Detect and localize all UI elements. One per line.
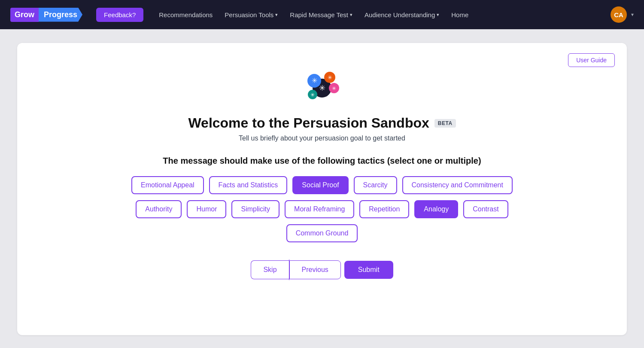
svg-text:✳: ✳ (328, 74, 332, 81)
logo[interactable]: Grow Progress (10, 8, 82, 22)
nav-persuasion-tools-label: Persuasion Tools (225, 11, 273, 18)
logo-progress: Progress (39, 8, 82, 22)
user-guide-button[interactable]: User Guide (568, 53, 615, 67)
nav-audience-understanding[interactable]: Audience Understanding ▾ (359, 8, 444, 22)
tactic-common-ground[interactable]: Common Ground (286, 224, 358, 242)
page-title: Welcome to the Persuasion Sandbox (188, 115, 429, 131)
nav-rapid-message-test-label: Rapid Message Test (290, 11, 348, 18)
audience-chevron-icon: ▾ (437, 12, 439, 18)
skip-button[interactable]: Skip (251, 260, 289, 279)
tactic-simplicity[interactable]: Simplicity (231, 200, 279, 218)
main-card: User Guide ✳ ✳ ✳ (17, 43, 627, 335)
submit-button[interactable]: Submit (344, 261, 393, 279)
persuasion-tools-chevron-icon: ▾ (275, 12, 278, 18)
tactics-row-2: Authority Humor Simplicity Moral Reframi… (136, 200, 508, 218)
nav-rapid-message-test[interactable]: Rapid Message Test ▾ (285, 8, 358, 22)
svg-text:✳: ✳ (310, 92, 315, 98)
beta-badge: BETA (434, 119, 456, 128)
nav-recommendations[interactable]: Recommendations (154, 8, 218, 22)
svg-text:✳: ✳ (312, 77, 317, 84)
navbar: Grow Progress Feedback? Recommendations … (0, 0, 644, 29)
nav-links: Recommendations Persuasion Tools ▾ Rapid… (154, 8, 607, 22)
tactic-emotional-appeal[interactable]: Emotional Appeal (131, 176, 204, 194)
page-subtitle: Tell us briefly about your persuasion go… (43, 134, 601, 142)
tactic-contrast[interactable]: Contrast (463, 200, 508, 218)
rapid-message-chevron-icon: ▾ (350, 12, 352, 18)
nav-audience-understanding-label: Audience Understanding (365, 11, 435, 18)
feedback-button[interactable]: Feedback? (96, 8, 143, 22)
persuasion-cluster-icon: ✳ ✳ ✳ ✳ ✳ (296, 64, 348, 107)
page-wrap: User Guide ✳ ✳ ✳ (0, 29, 644, 348)
tactic-scarcity[interactable]: Scarcity (354, 176, 397, 194)
avatar[interactable]: CA (611, 6, 627, 23)
nav-persuasion-tools[interactable]: Persuasion Tools ▾ (219, 8, 283, 22)
action-row: Skip Previous Submit (43, 259, 601, 280)
logo-grow: Grow (10, 8, 39, 22)
tactic-repetition[interactable]: Repetition (359, 200, 409, 218)
svg-text:✳: ✳ (332, 85, 336, 92)
tactic-moral-reframing[interactable]: Moral Reframing (285, 200, 354, 218)
tactics-instruction: The message should make use of the follo… (43, 156, 601, 166)
nav-home[interactable]: Home (446, 8, 474, 22)
tactics-row-3: Common Ground (286, 224, 358, 242)
avatar-chevron-icon[interactable]: ▾ (631, 12, 634, 18)
tactics-row-1: Emotional Appeal Facts and Statistics So… (131, 176, 513, 194)
title-row: Welcome to the Persuasion Sandbox BETA (43, 115, 601, 131)
tactic-social-proof[interactable]: Social Proof (292, 176, 348, 194)
tactic-authority[interactable]: Authority (136, 200, 182, 218)
tactic-humor[interactable]: Humor (187, 200, 226, 218)
previous-button[interactable]: Previous (289, 260, 341, 279)
tactics-container: Emotional Appeal Facts and Statistics So… (43, 176, 601, 242)
tactic-consistency-commitment[interactable]: Consistency and Commitment (402, 176, 513, 194)
logo-cluster: ✳ ✳ ✳ ✳ ✳ (43, 64, 601, 107)
nav-recommendations-label: Recommendations (159, 11, 213, 18)
svg-text:✳: ✳ (319, 84, 325, 92)
tactic-analogy[interactable]: Analogy (414, 200, 458, 218)
tactic-facts-statistics[interactable]: Facts and Statistics (209, 176, 288, 194)
